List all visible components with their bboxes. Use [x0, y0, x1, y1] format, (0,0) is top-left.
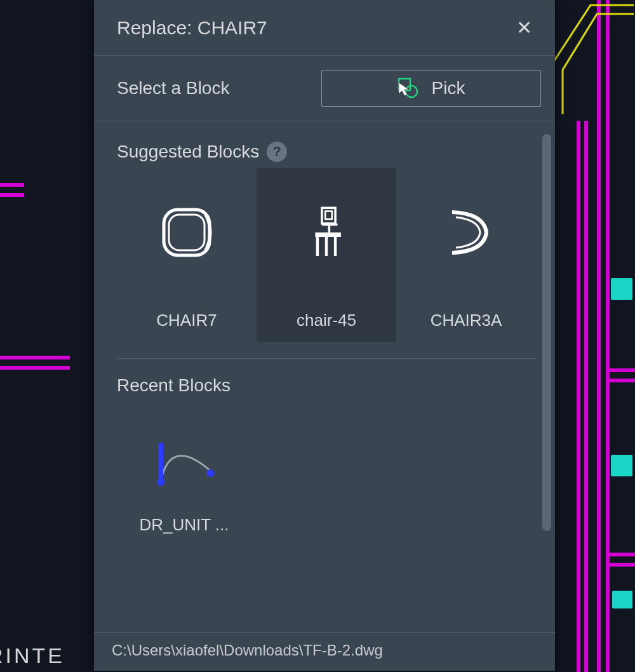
canvas-bottom-text: RINTE: [0, 643, 65, 668]
pick-button-label: Pick: [432, 78, 465, 98]
block-thumb-chair7: [139, 185, 234, 280]
cad-line: [0, 193, 24, 197]
block-label: chair-45: [297, 311, 356, 330]
svg-rect-3: [164, 210, 210, 255]
block-thumb-chair3a: [418, 185, 514, 280]
cad-line: [606, 563, 635, 567]
suggested-blocks-title: Suggested Blocks: [117, 142, 259, 162]
cad-line: [606, 379, 635, 382]
block-label: CHAIR3A: [431, 311, 502, 330]
cad-line: [584, 121, 588, 672]
pick-icon: [398, 77, 419, 99]
cad-line: [606, 553, 635, 556]
suggested-blocks-heading: Suggested Blocks ?: [117, 142, 536, 162]
block-card-chair-45[interactable]: chair-45: [257, 168, 396, 342]
cad-line: [606, 368, 635, 372]
tool-icon[interactable]: [611, 455, 632, 476]
svg-rect-4: [169, 215, 204, 250]
svg-rect-8: [315, 232, 340, 237]
panel-header: Replace: CHAIR7 ✕: [94, 0, 555, 56]
replace-block-panel: Replace: CHAIR7 ✕ Select a Block Pick: [94, 0, 555, 671]
select-block-row: Select a Block Pick: [94, 56, 555, 121]
block-label: DR_UNIT ...: [139, 515, 229, 535]
block-thumb-dr-unit: [137, 420, 232, 496]
cad-line: [0, 183, 24, 187]
file-path-footer: C:\Users\xiaofel\Downloads\TF-B-2.dwg: [94, 632, 555, 671]
scrollbar-thumb[interactable]: [542, 134, 551, 531]
help-icon[interactable]: ?: [267, 142, 287, 162]
close-icon[interactable]: ✕: [511, 14, 537, 41]
svg-point-14: [157, 478, 164, 486]
panel-body: Suggested Blocks ? CHAIR7: [94, 121, 555, 632]
recent-blocks-heading: Recent Blocks: [117, 375, 536, 396]
block-thumb-chair-45: [279, 185, 374, 280]
panel-title: Replace: CHAIR7: [117, 17, 267, 39]
block-card-dr-unit[interactable]: DR_UNIT ...: [117, 405, 251, 538]
svg-rect-6: [325, 212, 332, 219]
svg-marker-2: [399, 83, 409, 96]
select-block-label: Select a Block: [117, 78, 229, 98]
block-card-chair3a[interactable]: CHAIR3A: [396, 168, 536, 342]
tool-icon[interactable]: [612, 591, 632, 608]
tool-icon[interactable]: [611, 278, 632, 300]
svg-point-15: [206, 469, 214, 477]
cad-line: [577, 121, 580, 672]
pick-button[interactable]: Pick: [321, 70, 541, 107]
svg-rect-5: [322, 208, 335, 224]
cad-line: [0, 356, 70, 360]
scrollbar[interactable]: [542, 134, 551, 575]
suggested-blocks-list: CHAIR7 chair-: [117, 168, 536, 359]
block-card-chair7[interactable]: CHAIR7: [117, 168, 257, 342]
cad-line: [0, 366, 70, 370]
block-label: CHAIR7: [156, 311, 217, 330]
